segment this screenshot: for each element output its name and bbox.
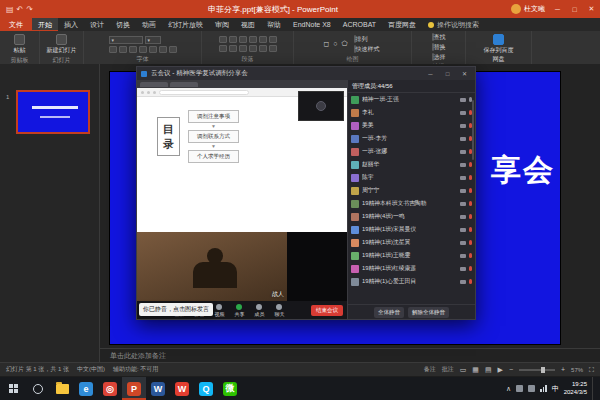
mic-icon[interactable] — [469, 162, 472, 167]
participant-row[interactable]: 一班-张娜 — [348, 145, 475, 158]
file-tab[interactable]: 文件 — [0, 18, 32, 31]
paragraph-button[interactable] — [219, 36, 227, 43]
zoom-in-icon[interactable]: + — [561, 366, 565, 373]
meeting-tool-5[interactable]: 聊天 — [271, 304, 287, 317]
refresh-icon[interactable] — [153, 91, 156, 94]
panel-scrollbar[interactable] — [472, 100, 474, 160]
camera-icon[interactable] — [460, 124, 466, 128]
mic-icon[interactable] — [469, 227, 472, 232]
mic-icon[interactable] — [469, 240, 472, 245]
minimize-button[interactable]: ─ — [549, 0, 566, 18]
forward-icon[interactable] — [147, 91, 150, 94]
taskbar-clock[interactable]: 19:25 2024/3/5 — [564, 381, 587, 397]
participant-row[interactable]: 美美 — [348, 119, 475, 132]
camera-icon[interactable] — [460, 150, 466, 154]
quick-access-0[interactable]: ▤ — [6, 5, 14, 14]
camera-icon[interactable] — [460, 137, 466, 141]
paragraph-button[interactable] — [269, 45, 277, 52]
font-format-button[interactable] — [109, 46, 117, 53]
notes-pane[interactable]: 单击此处添加备注 — [100, 348, 600, 362]
zoom-slider-thumb[interactable] — [541, 367, 545, 373]
maximize-button[interactable]: □ — [566, 0, 583, 18]
camera-icon[interactable] — [460, 111, 466, 115]
status-toggle-1[interactable]: 批注 — [442, 365, 454, 374]
camera-icon[interactable] — [460, 228, 466, 232]
meeting-maximize-button[interactable]: □ — [441, 71, 454, 77]
browser-tab[interactable] — [170, 82, 198, 87]
ime-indicator[interactable]: 中 — [552, 384, 559, 394]
font-format-button[interactable] — [119, 46, 127, 53]
camera-icon[interactable] — [460, 254, 466, 258]
paragraph-button[interactable] — [229, 45, 237, 52]
big-button-1-0[interactable]: 新建幻灯片 — [45, 33, 79, 56]
status-item-0[interactable]: 幻灯片 第 1 张，共 1 张 — [6, 365, 69, 374]
network-icon[interactable] — [540, 385, 547, 392]
meeting-close-button[interactable]: ✕ — [458, 70, 471, 77]
taskbar-icon-文件资源管理器[interactable] — [50, 377, 74, 400]
font-format-button[interactable] — [169, 46, 177, 53]
taskbar-icon-Chrome[interactable]: ◎ — [98, 377, 122, 400]
participant-row[interactable]: 19精神(4班)一鸣 — [348, 210, 475, 223]
ribbon-tab-10[interactable]: ACROBAT — [337, 18, 382, 31]
tray-app-icon[interactable] — [516, 385, 523, 392]
camera-icon[interactable] — [460, 176, 466, 180]
account-chip[interactable]: 杜文曦 — [507, 4, 549, 14]
ribbon-tab-3[interactable]: 切换 — [110, 18, 136, 31]
panel-footer-button-1[interactable]: 解除全体静音 — [408, 307, 449, 318]
paragraph-button[interactable] — [239, 36, 247, 43]
paragraph-button[interactable] — [229, 36, 237, 43]
zoom-level[interactable]: 57% — [571, 367, 583, 373]
participant-row[interactable]: 赵丽华 — [348, 158, 475, 171]
font-format-button[interactable] — [129, 46, 137, 53]
mic-icon[interactable] — [469, 253, 472, 258]
camera-icon[interactable] — [460, 215, 466, 219]
camera-icon[interactable] — [460, 280, 466, 284]
taskbar-icon-微信[interactable]: 微 — [218, 377, 242, 400]
font-size-select[interactable]: ▾ — [145, 36, 161, 44]
participant-row[interactable]: 19精神(1班)王晓雯 — [348, 249, 475, 262]
show-desktop-button[interactable] — [592, 377, 596, 400]
status-item-1[interactable]: 中文(中国) — [77, 365, 105, 374]
address-bar[interactable] — [159, 90, 249, 95]
slide-thumbnail[interactable] — [16, 90, 90, 134]
font-format-button[interactable] — [159, 46, 167, 53]
mic-icon[interactable] — [469, 175, 472, 180]
draw-button-0[interactable]: 排列 — [352, 35, 382, 44]
presenter-camera[interactable]: 战人 — [137, 232, 287, 301]
camera-icon[interactable] — [460, 189, 466, 193]
close-button[interactable]: ✕ — [583, 0, 600, 18]
participant-row[interactable]: 一班-李芳 — [348, 132, 475, 145]
edit-button-2[interactable]: 选择 — [430, 53, 448, 62]
ribbon-tab-4[interactable]: 动画 — [136, 18, 162, 31]
meeting-tool-3[interactable]: 共享 — [231, 304, 247, 317]
tray-expand-icon[interactable]: ∧ — [506, 385, 511, 393]
taskbar-icon-Word[interactable]: W — [146, 377, 170, 400]
ribbon-tab-5[interactable]: 幻灯片放映 — [162, 18, 209, 31]
zoom-out-icon[interactable]: − — [509, 366, 513, 373]
fit-to-window-icon[interactable]: ⛶ — [589, 366, 594, 374]
participant-row[interactable]: 李礼 — [348, 106, 475, 119]
back-icon[interactable] — [141, 91, 144, 94]
paragraph-button[interactable] — [249, 45, 257, 52]
paragraph-button[interactable] — [239, 45, 247, 52]
normal-view-icon[interactable]: ▭ — [460, 366, 467, 374]
ribbon-tab-1[interactable]: 插入 — [58, 18, 84, 31]
meeting-tool-2[interactable]: 视频 — [211, 304, 227, 317]
slideshow-icon[interactable]: ▶ — [498, 366, 503, 374]
paragraph-button[interactable] — [259, 45, 267, 52]
participant-row[interactable]: 19精神本科班文书吉陶勒 — [348, 197, 475, 210]
camera-icon[interactable] — [460, 163, 466, 167]
big-button-0-0[interactable]: 粘贴 — [12, 33, 28, 56]
browser-tab[interactable] — [140, 82, 168, 87]
participant-row[interactable]: 周宁宁 — [348, 184, 475, 197]
mic-icon[interactable] — [469, 201, 472, 206]
quick-access-2[interactable]: ↷ — [26, 5, 33, 14]
font-format-button[interactable] — [139, 46, 147, 53]
zoom-slider[interactable] — [519, 369, 555, 371]
meeting-tool-4[interactable]: 成员 — [251, 304, 267, 317]
edit-button-1[interactable]: 替换 — [430, 43, 448, 52]
camera-icon[interactable] — [460, 267, 466, 271]
paragraph-button[interactable] — [249, 36, 257, 43]
participant-row[interactable]: 19精神(1)心爱王田目 — [348, 275, 475, 288]
quick-access-1[interactable]: ↶ — [17, 5, 24, 14]
